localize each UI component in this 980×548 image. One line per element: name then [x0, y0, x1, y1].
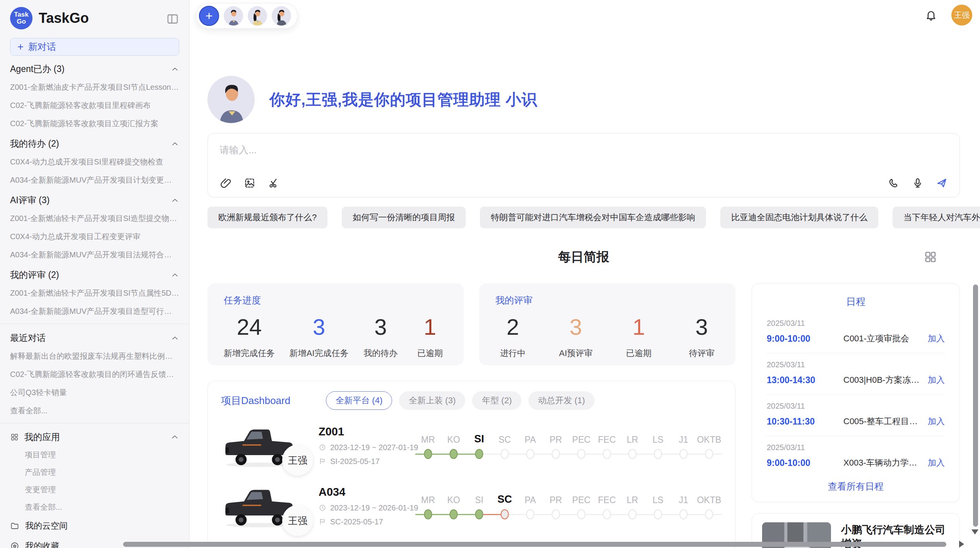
sidebar-item[interactable]: C0X4-动力总成开发项目SI里程碑提交物检查 [0, 153, 189, 171]
recent-chat-item[interactable]: 查看全部... [0, 402, 189, 420]
sidebar-item[interactable]: A034-全新新能源MUV产品开发项目法规符合性评审 [0, 246, 189, 264]
milestone-J1: J1 [671, 491, 696, 523]
person-illustration [224, 6, 243, 26]
sidebar-section-header[interactable]: Agent已办 (3) [0, 58, 189, 78]
add-member-button[interactable]: + [199, 6, 219, 26]
sidebar-section-header[interactable]: 我的待办 (2) [0, 133, 189, 153]
sidebar-task-groups: Agent已办 (3)Z001-全新燃油皮卡产品开发项目SI节点Lesson L… [0, 58, 189, 320]
project-row[interactable]: 王强 Z001 2023-12-19 ~ 2027-01-19 SI-2025-… [221, 421, 722, 470]
app-sub-item[interactable]: 产品管理 [0, 464, 189, 481]
join-link[interactable]: 加入 [928, 416, 945, 427]
assistant-avatar [207, 76, 255, 123]
sidebar-item[interactable]: Z001-全新燃油轻卡产品开发项目SI造型提交物评审 [0, 209, 189, 228]
voice-call-icon[interactable] [887, 177, 900, 189]
stat: 3 待评审 [684, 316, 719, 359]
microphone-icon[interactable] [911, 177, 924, 189]
plus-icon: + [17, 42, 24, 52]
suggestion-chip[interactable]: 当下年轻人对汽车外观有怎样的喜好趋势 [893, 207, 980, 228]
schedule-item: 2025/03/11 10:30-11:30 C005-整车工程目标评审 加入 [767, 395, 945, 436]
sidebar-item[interactable]: Z001-全新燃油轻卡产品开发项目SI节点属性5D文件评审 [0, 284, 189, 302]
sidebar-item[interactable]: C02-飞腾新能源轻客改款项目立项汇报方案 [0, 115, 189, 133]
project-owner-badge: 王强 [282, 445, 313, 476]
sidebar-section-title: AI评审 (3) [10, 194, 50, 206]
clock-icon [319, 444, 326, 451]
app-sub-item[interactable]: 变更管理 [0, 481, 189, 498]
schedule-item: 2025/03/11 9:00-10:00 C001-立项审批会 加入 [767, 312, 945, 353]
project-owner-badge: 王强 [282, 505, 313, 536]
join-link[interactable]: 加入 [928, 374, 945, 386]
scroll-down-arrow-icon[interactable] [971, 529, 978, 538]
attachment-icon[interactable] [219, 177, 232, 189]
recent-chat-item[interactable]: C02-飞腾新能源轻客改款项目的闭环通告反馈情况 [0, 365, 189, 384]
milestone-label: PR [550, 491, 562, 505]
stat-value: 1 [424, 316, 436, 338]
schedule-title: 日程 [767, 295, 945, 308]
dashboard-tab[interactable]: 年型 (2) [472, 391, 521, 410]
app-sub-item[interactable]: 项目管理 [0, 446, 189, 464]
sidebar-section-header[interactable]: 最近对话 [0, 327, 189, 347]
app-sub-item[interactable]: 查看全部... [0, 498, 189, 516]
sidebar-section-header[interactable]: 我的评审 (2) [0, 264, 189, 284]
milestone-dot [475, 449, 483, 459]
suggestion-chips: 欧洲新规最近颁布了什么?如何写一份清晰的项目周报特朗普可能对进口汽车增税会对中国… [207, 207, 960, 228]
horizontal-scrollbar-thumb[interactable] [123, 542, 946, 547]
milestone-label: LS [653, 430, 663, 445]
user-avatar[interactable]: 王强 [951, 5, 972, 26]
schedule-event-title: C003|H0B-方案冻结评审 [843, 374, 924, 386]
suggestion-chip[interactable]: 特朗普可能对进口汽车增税会对中国车企造成哪些影响 [480, 207, 706, 228]
sidebar-item[interactable]: C0X4-动力总成开发项目工程变更评审 [0, 228, 189, 246]
my-apps-header[interactable]: 我的应用 [0, 426, 189, 446]
milestone-dot [680, 509, 688, 519]
milestone-label: LR [627, 491, 638, 505]
sidebar-item[interactable]: C02-飞腾新能源轻客改款项目里程碑画布 [0, 96, 189, 115]
suggestion-chip[interactable]: 比亚迪全固态电池计划具体说了什么 [720, 207, 878, 228]
sidebar-section-header[interactable]: AI评审 (3) [0, 189, 189, 209]
join-link[interactable]: 加入 [928, 457, 945, 469]
chat-input[interactable] [219, 144, 948, 161]
image-upload-icon[interactable] [243, 177, 256, 189]
send-icon[interactable] [935, 177, 948, 189]
notification-bell-icon[interactable] [925, 9, 937, 22]
stat-value: 24 [237, 316, 262, 338]
member-avatar-1[interactable] [224, 6, 243, 26]
milestone-dot [705, 449, 713, 459]
suggestion-chip[interactable]: 欧洲新规最近颁布了什么? [207, 207, 327, 228]
sidebar-collapse-button[interactable] [166, 12, 179, 24]
new-chat-button[interactable]: + 新对话 [10, 38, 179, 56]
dashboard-tab[interactable]: 全新上装 (3) [399, 391, 465, 410]
milestone-label: KO [447, 430, 460, 445]
milestone-dot [577, 509, 586, 519]
milestone-FEC: FEC [594, 430, 620, 463]
sidebar-shortcut[interactable]: 我的云空间 [0, 516, 189, 536]
milestone-label: SC [497, 491, 512, 505]
sidebar-item[interactable]: Z001-全新燃油皮卡产品开发项目SI节点Lesson Learn报告 [0, 78, 189, 96]
view-all-schedule-link[interactable]: 查看所有日程 [767, 474, 945, 496]
member-avatar-2[interactable] [248, 6, 267, 26]
layout-grid-icon[interactable] [923, 250, 937, 264]
scroll-right-arrow-icon[interactable] [959, 541, 968, 548]
member-avatar-3[interactable] [272, 6, 291, 26]
dashboard-tab[interactable]: 全新平台 (4) [326, 391, 392, 410]
stat-label: AI预评审 [559, 348, 593, 359]
suggestion-chip[interactable]: 如何写一份清晰的项目周报 [342, 207, 466, 228]
stat: 3 AI预评审 [559, 316, 593, 359]
vertical-scrollbar-thumb[interactable] [973, 284, 978, 527]
recent-chat-item[interactable]: 解释最新出台的欧盟报废车法规再生塑料比例被调至15%... [0, 347, 189, 365]
milestone-dot [654, 449, 662, 459]
screenshot-scissors-icon[interactable] [267, 177, 280, 189]
recent-chat-item[interactable]: 公司Q3轻卡销量 [0, 384, 189, 402]
join-link[interactable]: 加入 [928, 333, 945, 344]
sidebar-item[interactable]: A034-全新新能源MUV产品开发项目造型可行性评审 [0, 302, 189, 320]
greeting-text: 你好,王强,我是你的项目管理助理 小识 [269, 89, 537, 110]
milestone-SI: SI [466, 491, 492, 523]
milestone-label: SI [475, 491, 483, 505]
milestone-dot [450, 449, 458, 459]
sidebar-item[interactable]: A034-全新新能源MUV产品开发项目计划变更表编写 [0, 171, 189, 189]
milestone-J1: J1 [671, 430, 696, 463]
dashboard-tab[interactable]: 动总开发 (1) [528, 391, 595, 410]
project-row[interactable]: 王强 A034 2023-12-19 ~ 2026-01-19 SC-2025-… [221, 481, 722, 531]
milestone-label: J1 [679, 430, 688, 445]
project-dashboard-card: 项目Dashboard 全新平台 (4)全新上装 (3)年型 (2)动总开发 (… [207, 381, 735, 548]
milestone-dot [450, 509, 458, 519]
starbadge-icon [10, 541, 19, 548]
